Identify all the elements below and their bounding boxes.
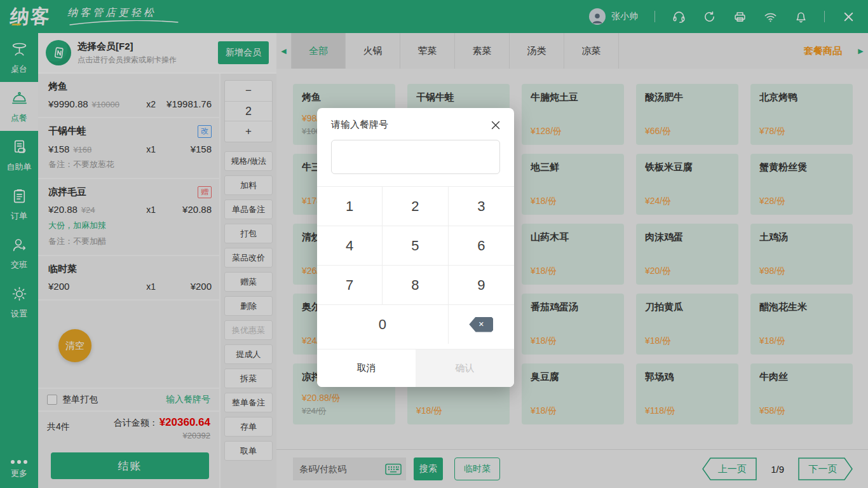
dialog-title: 请输入餐牌号 [331,119,388,131]
confirm-button[interactable]: 确认 [416,349,514,387]
keypad-key-9[interactable]: 9 [449,265,514,304]
cancel-button[interactable]: 取消 [317,349,416,387]
keypad-key-8[interactable]: 8 [383,265,448,304]
backspace-key[interactable]: ✕ [449,304,514,344]
dialog-close-icon[interactable] [490,119,501,131]
dialog-footer: 取消 确认 [317,349,514,387]
keypad-key-1[interactable]: 1 [317,186,383,226]
dialog-header: 请输入餐牌号 [317,108,514,131]
table-number-dialog: 请输入餐牌号 1 2 3 4 5 6 7 8 9 0 ✕ 取消 确认 [317,108,514,387]
keypad-key-3[interactable]: 3 [449,186,514,226]
keypad-key-7[interactable]: 7 [317,265,383,304]
keypad-key-6[interactable]: 6 [449,226,514,265]
table-number-input[interactable] [331,140,500,174]
numeric-keypad: 1 2 3 4 5 6 7 8 9 0 ✕ [317,186,514,344]
keypad-key-4[interactable]: 4 [317,226,383,265]
keypad-key-2[interactable]: 2 [383,186,448,226]
keypad-key-0[interactable]: 0 [317,304,449,344]
pos-screen: 纳客 纳客管店更轻松 张小帅 [0,0,868,488]
backspace-icon: ✕ [469,317,493,332]
keypad-key-5[interactable]: 5 [383,226,448,265]
